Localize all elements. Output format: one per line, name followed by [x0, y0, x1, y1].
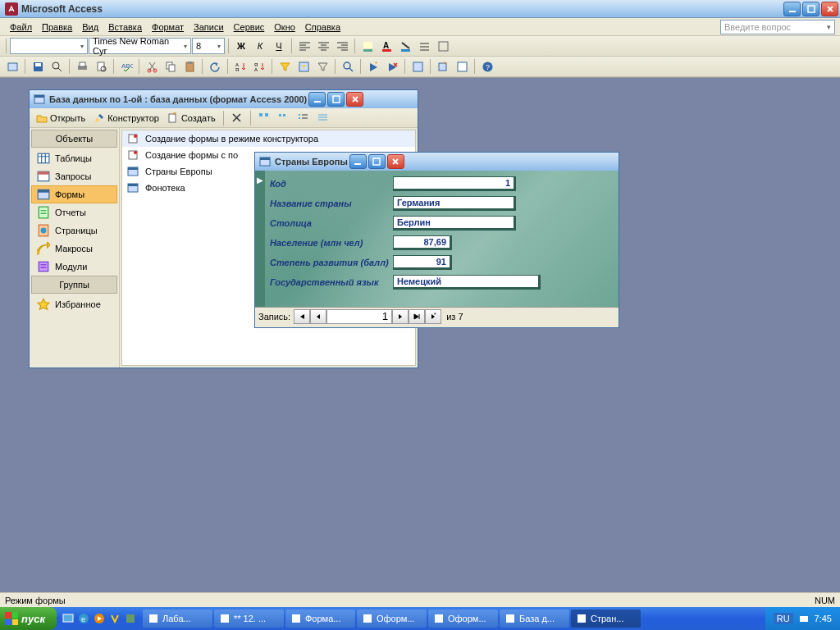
language-indicator[interactable]: RU	[774, 613, 793, 624]
menu-file[interactable]: Файл	[5, 21, 37, 34]
menu-view[interactable]: Вид	[77, 21, 103, 34]
tray-icon[interactable]	[798, 613, 810, 624]
filter-form-button[interactable]	[294, 58, 313, 75]
field-value[interactable]: Немецкий	[393, 275, 541, 290]
align-right-button[interactable]	[333, 38, 351, 54]
sidebar-group-objects[interactable]: Объекты	[31, 130, 117, 148]
menu-tools[interactable]: Сервис	[229, 21, 270, 34]
nav-first-button[interactable]	[294, 309, 310, 324]
menu-format[interactable]: Формат	[147, 21, 189, 34]
font-color-button[interactable]: A	[377, 38, 395, 54]
filter-selection-button[interactable]	[276, 58, 294, 75]
font-size-select[interactable]: 8	[192, 38, 225, 54]
menu-edit[interactable]: Правка	[37, 21, 77, 34]
sort-asc-button[interactable]: АЯ	[231, 58, 249, 75]
nav-last-button[interactable]	[409, 309, 425, 324]
minimize-button[interactable]	[783, 2, 801, 16]
list-item[interactable]: Создание формы в режиме конструктора	[122, 130, 415, 147]
close-button[interactable]	[821, 2, 838, 16]
clock[interactable]: 7:45	[815, 614, 832, 623]
taskbar-item[interactable]: ** 12. ...	[214, 609, 284, 628]
nav-record-input[interactable]	[326, 309, 392, 324]
underline-button[interactable]: Ч	[270, 38, 288, 54]
nav-prev-button[interactable]	[310, 309, 326, 324]
spelling-button[interactable]: ABC	[117, 58, 135, 75]
taskbar-item[interactable]: Оформ...	[357, 609, 427, 628]
new-object-button[interactable]: *	[434, 58, 452, 75]
database-window-button[interactable]	[409, 58, 427, 75]
db-delete-button[interactable]	[228, 110, 246, 126]
nav-new-button[interactable]: *	[425, 309, 441, 324]
view-button[interactable]	[3, 58, 21, 75]
db-small-icons-button[interactable]	[275, 110, 293, 126]
ql-desktop-icon[interactable]	[62, 612, 75, 625]
sidebar-group-groups[interactable]: Группы	[31, 276, 117, 294]
border-width-button[interactable]	[415, 38, 433, 54]
db-close-button[interactable]	[346, 92, 363, 107]
taskbar-item[interactable]: Лаба...	[143, 609, 212, 628]
menu-help[interactable]: Справка	[300, 21, 345, 34]
print-button[interactable]	[73, 58, 91, 75]
help-button[interactable]: ?	[478, 58, 496, 75]
taskbar-item[interactable]: Стран...	[571, 609, 641, 628]
save-button[interactable]	[29, 58, 47, 75]
sidebar-item-table[interactable]: Таблицы	[31, 149, 117, 167]
office-links-button[interactable]	[453, 58, 471, 75]
field-value[interactable]: 1	[393, 176, 516, 191]
field-value[interactable]: 91	[393, 255, 452, 270]
sort-desc-button[interactable]: ЯА	[250, 58, 268, 75]
fill-color-button[interactable]	[358, 38, 377, 54]
object-selector[interactable]	[10, 38, 88, 54]
print-preview-button[interactable]	[92, 58, 110, 75]
apply-filter-button[interactable]	[313, 58, 331, 75]
italic-button[interactable]: К	[251, 38, 269, 54]
sidebar-item-report[interactable]: Отчеты	[31, 203, 117, 221]
record-selector[interactable]: ▶	[255, 171, 265, 307]
line-color-button[interactable]	[396, 38, 414, 54]
ql-winamp-icon[interactable]	[108, 612, 121, 625]
db-minimize-button[interactable]	[308, 92, 326, 107]
start-button[interactable]: пуск	[0, 607, 57, 630]
paste-button[interactable]	[180, 58, 199, 75]
font-name-select[interactable]: Times New Roman Cyr	[89, 38, 191, 54]
bold-button[interactable]: Ж	[232, 38, 250, 54]
align-center-button[interactable]	[314, 38, 332, 54]
undo-button[interactable]	[206, 58, 224, 75]
new-record-button[interactable]: *	[364, 58, 382, 75]
form-maximize-button[interactable]	[368, 154, 386, 169]
db-open-button[interactable]: Открыть	[33, 111, 89, 126]
find-button[interactable]	[339, 58, 357, 75]
align-left-button[interactable]	[295, 38, 313, 54]
db-titlebar[interactable]: База данных по 1-ой : база данных (форма…	[30, 90, 418, 108]
ql-ie-icon[interactable]: e	[77, 612, 90, 625]
delete-record-button[interactable]	[383, 58, 401, 75]
field-value[interactable]: 87,69	[393, 235, 452, 250]
menu-insert[interactable]: Вставка	[103, 21, 147, 34]
field-value[interactable]: Германия	[393, 196, 516, 211]
menu-window[interactable]: Окно	[269, 21, 300, 34]
cut-button[interactable]	[143, 58, 161, 75]
db-large-icons-button[interactable]	[255, 110, 273, 126]
copy-button[interactable]	[162, 58, 180, 75]
sidebar-favorites[interactable]: Избранное	[31, 295, 117, 313]
db-details-button[interactable]	[314, 110, 332, 126]
sidebar-item-module[interactable]: Модули	[31, 258, 117, 276]
menu-records[interactable]: Записи	[189, 21, 229, 34]
db-design-button[interactable]: Конструктор	[90, 111, 162, 126]
db-new-button[interactable]: *Создать	[164, 111, 219, 126]
db-list-button[interactable]	[294, 110, 313, 126]
ql-player-icon[interactable]	[93, 612, 106, 625]
db-maximize-button[interactable]	[327, 92, 345, 107]
help-search[interactable]: Введите вопрос	[720, 20, 835, 34]
taskbar-item[interactable]: Оформ...	[428, 609, 498, 628]
special-effect-button[interactable]	[434, 38, 452, 54]
search-file-button[interactable]	[48, 58, 66, 75]
ql-app-icon[interactable]	[124, 612, 137, 625]
field-value[interactable]: Берлин	[393, 216, 516, 231]
sidebar-item-page[interactable]: Страницы	[31, 221, 117, 240]
sidebar-item-form[interactable]: Формы	[31, 185, 117, 203]
maximize-button[interactable]	[802, 2, 819, 16]
nav-next-button[interactable]	[392, 309, 409, 324]
form-close-button[interactable]	[387, 154, 404, 169]
form-titlebar[interactable]: Страны Европы	[255, 153, 619, 171]
